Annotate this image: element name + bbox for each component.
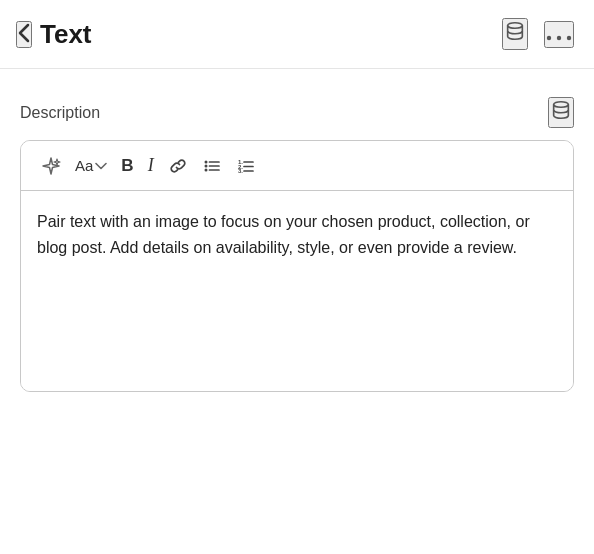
- editor-content[interactable]: Pair text with an image to focus on your…: [21, 191, 573, 391]
- header-right: [502, 18, 574, 50]
- svg-point-9: [204, 168, 207, 171]
- svg-point-2: [557, 35, 561, 39]
- svg-point-7: [204, 164, 207, 167]
- main-content: Description Aa: [0, 69, 594, 412]
- svg-text:3.: 3.: [238, 168, 243, 174]
- bullet-list-button[interactable]: [196, 152, 228, 180]
- header: Text: [0, 0, 594, 69]
- bold-button[interactable]: B: [115, 152, 139, 180]
- more-options-button[interactable]: [544, 21, 574, 48]
- bold-label: B: [121, 156, 133, 176]
- svg-point-5: [204, 160, 207, 163]
- section-header: Description: [20, 97, 574, 128]
- font-label: Aa: [75, 157, 93, 174]
- italic-button[interactable]: I: [142, 151, 160, 180]
- header-left: Text: [16, 19, 92, 50]
- ai-sparkle-button[interactable]: [35, 152, 67, 180]
- back-button[interactable]: [16, 21, 32, 48]
- database-icon-header[interactable]: [502, 18, 528, 50]
- database-icon-section[interactable]: [548, 97, 574, 128]
- section-label: Description: [20, 104, 100, 122]
- svg-point-3: [567, 35, 571, 39]
- italic-label: I: [148, 155, 154, 176]
- font-selector-button[interactable]: Aa: [69, 153, 113, 178]
- page-title: Text: [40, 19, 92, 50]
- editor-container: Aa B I: [20, 140, 574, 392]
- svg-point-1: [547, 35, 551, 39]
- link-button[interactable]: [162, 152, 194, 180]
- editor-toolbar: Aa B I: [21, 141, 573, 191]
- editor-text: Pair text with an image to focus on your…: [37, 209, 557, 260]
- svg-point-0: [508, 23, 523, 29]
- ordered-list-button[interactable]: 1. 2. 3.: [230, 152, 262, 180]
- svg-point-4: [554, 102, 569, 108]
